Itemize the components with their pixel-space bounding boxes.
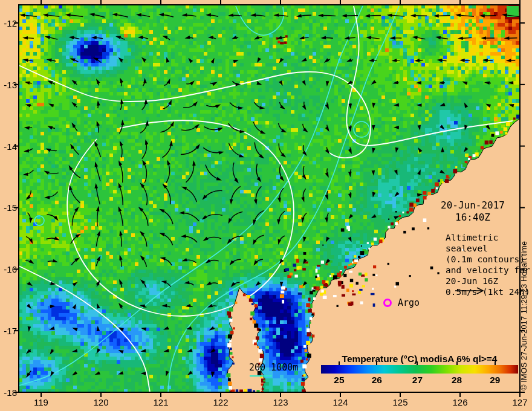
temperature-colorbar: Temperature (°C) modisA 6% ql>=4 2526272… [321,354,518,385]
lon-tick-label: 126 [452,397,467,407]
altimetric-line: 20-Jun 16Z [446,276,530,286]
colorbar-tick-mark [339,361,340,365]
lat-tick-label: -17 [0,326,17,336]
sst-figure: -12-13-14-15-16-17-18 119120121122123124… [0,0,532,411]
lat-tick-label: -18 [0,387,17,397]
lon-tick-label: 127 [512,397,527,407]
lon-tick-label: 122 [213,397,228,407]
colorbar-title: Temperature (°C) modisA 6% ql>=4 [321,354,518,364]
altimetric-line: and velocity for [446,265,530,276]
colorbar-gradient [321,365,518,374]
lon-tick-label: 125 [392,397,407,407]
lat-tick-label: -14 [0,141,17,151]
datetime-time: 16:40Z [422,212,524,224]
credit-text: © IMOS 27-Jun-2017 11:29:23 Hobart time [519,188,528,390]
lat-tick-label: -15 [0,202,17,213]
lat-tick-label: -13 [0,79,17,89]
colorbar-tick-mark [417,361,418,365]
altimetric-line: Altimetric sealevel [446,232,530,254]
lat-tick-label: -16 [0,264,17,274]
lat-tick-label: -12 [0,18,17,28]
altimetric-line: (0.1m contours) [446,254,530,265]
bathymetry-scale-label: 200 1000m [249,362,298,373]
lon-tick-label: 124 [332,397,348,407]
lon-tick-label: 120 [93,397,108,407]
datetime-date: 20-Jun-2017 [422,199,524,212]
colorbar-tick-label: 27 [412,375,423,386]
colorbar-tick-label: 29 [490,375,500,386]
lon-tick-label: 121 [153,397,168,407]
bathymetry-scale-line [250,375,272,377]
colorbar-tick-label: 25 [334,375,344,386]
colorbar-tick-mark [376,361,377,365]
lon-tick-label: 123 [273,397,288,407]
argo-float-marker [383,299,392,307]
datetime-annotation: 20-Jun-2017 16:40Z [422,199,524,224]
colorbar-tick-mark [495,361,496,365]
lon-tick-label: 119 [34,397,48,407]
colorbar-tick-label: 26 [372,375,382,386]
colorbar-tick-label: 28 [452,375,462,386]
colorbar-tick-mark [456,361,458,365]
velocity-scale-arrow-icon [454,286,485,295]
argo-label: Argo [398,297,420,308]
